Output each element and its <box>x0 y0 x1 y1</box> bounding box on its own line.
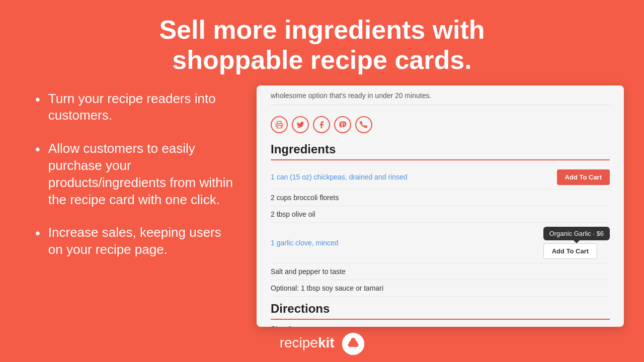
tooltip-text: Organic Garlic · $6 <box>549 230 604 237</box>
main-container: Sell more ingredients with shoppable rec… <box>0 0 644 362</box>
recipe-card-inner: wholesome option that's ready in under 2… <box>257 85 624 327</box>
brand-recipe: recipe <box>280 335 318 350</box>
whatsapp-icon[interactable] <box>355 116 372 133</box>
svg-rect-4 <box>349 345 358 347</box>
tooltip-box: Organic Garlic · $6 <box>543 227 610 240</box>
ingredient-row-6: Optional: 1 tbsp soy sauce or tamari <box>271 280 610 297</box>
bullet-list: Turn your recipe readers into customers.… <box>20 85 236 275</box>
ingredient-text-2: 2 cups broccoli florets <box>271 194 339 202</box>
ingredient-row-1: 1 can (15 oz) chickpeas, drained and rin… <box>271 165 610 190</box>
ingredient-text-5: Salt and pepper to taste <box>271 267 346 276</box>
facebook-icon[interactable] <box>313 116 330 133</box>
recipe-top-text: wholesome option that's ready in under 2… <box>271 85 610 105</box>
content-area: Turn your recipe readers into customers.… <box>0 85 644 327</box>
twitter-icon[interactable] <box>292 116 309 133</box>
ingredient-row-3: 2 tbsp olive oil <box>271 206 610 223</box>
recipe-card: wholesome option that's ready in under 2… <box>257 85 624 327</box>
brand-kit: kit <box>318 335 335 350</box>
bullet-item-3: Increase sales, keeping users on your re… <box>35 224 236 258</box>
ingredient-link-4[interactable]: 1 garlic clove, minced <box>271 239 339 247</box>
print-icon[interactable] <box>271 116 288 133</box>
ingredient-link-1[interactable]: 1 can (15 oz) chickpeas, drained and rin… <box>271 173 408 181</box>
add-to-cart-button-4[interactable]: Add To Cart <box>543 243 597 259</box>
header: Sell more ingredients with shoppable rec… <box>109 0 535 85</box>
footer: recipekit <box>280 327 365 362</box>
step-1-label: Step 1 <box>271 325 610 327</box>
directions-section: Directions Step 1 Heat olive oil in a pa… <box>271 302 610 327</box>
bullet-item-1: Turn your recipe readers into customers. <box>35 90 236 125</box>
pinterest-icon[interactable] <box>334 116 351 133</box>
ingredient-text-3: 2 tbsp olive oil <box>271 210 315 218</box>
bullet-item-2: Allow customers to easily purchase your … <box>35 140 236 208</box>
headline: Sell more ingredients with shoppable rec… <box>159 15 485 75</box>
tooltip-container: Organic Garlic · $6 Add To Cart <box>543 227 610 259</box>
ingredients-title: Ingredients <box>271 142 610 160</box>
ingredient-row-2: 2 cups broccoli florets <box>271 190 610 206</box>
ingredient-row-4: 1 garlic clove, minced Organic Garlic · … <box>271 223 610 263</box>
svg-point-3 <box>351 338 356 343</box>
ingredient-row-5: Salt and pepper to taste <box>271 263 610 280</box>
social-icons-row <box>271 111 610 140</box>
ingredient-text-6: Optional: 1 tbsp soy sauce or tamari <box>271 284 383 292</box>
headline-line1: Sell more ingredients with <box>159 15 485 44</box>
directions-title: Directions <box>271 302 610 320</box>
chef-hat-icon <box>342 333 364 355</box>
svg-rect-0 <box>277 125 281 128</box>
headline-line2: shoppable recipe cards. <box>172 45 471 74</box>
add-to-cart-button-1[interactable]: Add To Cart <box>557 169 610 185</box>
